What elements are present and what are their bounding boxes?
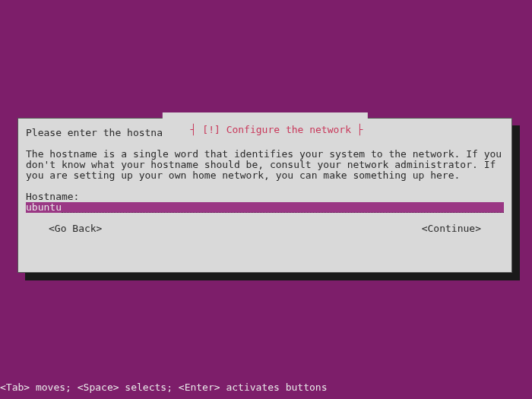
dialog-title: ┤ [!] Configure the network ├ — [162, 112, 367, 147]
continue-button[interactable]: <Continue> — [422, 223, 481, 234]
description-text: The hostname is a single word that ident… — [26, 149, 504, 181]
hostname-value[interactable]: ubuntu — [26, 202, 62, 213]
spacer — [26, 181, 504, 192]
title-bracket-left: ┤ — [191, 124, 203, 135]
hostname-input-fill[interactable] — [62, 202, 504, 213]
title-bracket-right: ├ — [351, 124, 363, 135]
hostname-input[interactable]: ubuntu — [26, 202, 504, 213]
button-row: <Go Back> <Continue> — [26, 223, 504, 234]
footer-help: <Tab> moves; <Space> selects; <Enter> ac… — [0, 382, 327, 393]
title-text: [!] Configure the network — [202, 124, 351, 135]
configure-network-dialog: ┤ [!] Configure the network ├ Please ent… — [17, 118, 512, 273]
hostname-label: Hostname: — [26, 192, 504, 202]
go-back-button[interactable]: <Go Back> — [49, 223, 102, 234]
